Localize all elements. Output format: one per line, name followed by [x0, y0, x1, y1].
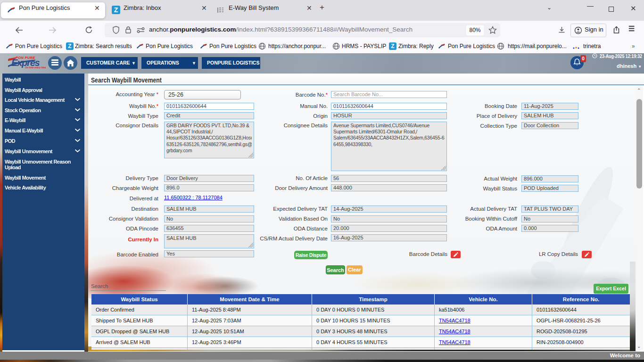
svg-text:On time every time: On time every time [25, 66, 46, 69]
